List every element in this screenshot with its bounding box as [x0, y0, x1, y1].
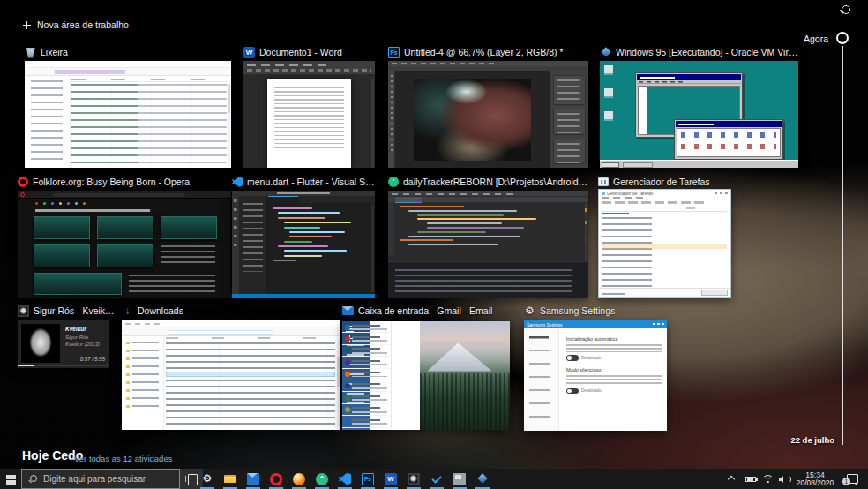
- window-title-vscode[interactable]: menu.dart - Flutter - Visual Studio Code: [232, 176, 375, 188]
- window-thumbnail-samsung-settings[interactable]: Samsung Settings Inicialização automátic…: [524, 320, 667, 431]
- window-thumbnail-photoshop[interactable]: [388, 61, 588, 168]
- opera-icon: [18, 177, 28, 187]
- mail-list-item: [342, 345, 391, 357]
- window-title-lixeira[interactable]: Lixeira: [25, 46, 231, 58]
- window-title-opera[interactable]: Folklore.org: Busy Being Born - Opera: [18, 176, 231, 188]
- window-thumbnail-lixeira[interactable]: [25, 61, 231, 168]
- vscode-icon: [339, 473, 351, 485]
- vscode-sidebar: [239, 196, 267, 294]
- window-thumbnail-opera[interactable]: [18, 191, 231, 298]
- window-title-android-studio[interactable]: dailyTrackerREBORN [D:\Projetos\AndroidS…: [388, 176, 588, 188]
- window-thumbnail-virtualbox[interactable]: [600, 61, 798, 168]
- mail-list-item: [342, 357, 391, 368]
- taskbar-mail-button[interactable]: [242, 469, 265, 489]
- mail-message-list: [342, 321, 392, 428]
- timeline-scrollbar[interactable]: [842, 46, 843, 445]
- taskbar-explorer-button[interactable]: [219, 469, 242, 489]
- mail-list-item: [342, 380, 391, 392]
- window-thumbnail-media-player[interactable]: Kveikur Sigur Rós Kveikur (2013) 0:57 / …: [18, 320, 109, 368]
- action-center-icon[interactable]: 1: [847, 474, 858, 484]
- explorer-file-list: [166, 342, 335, 427]
- window-title-label: Documento1 - Word: [259, 47, 342, 57]
- media-player-icon: [408, 473, 420, 485]
- taskbar-android-studio-button[interactable]: [311, 469, 333, 489]
- window-title-label: Sigur Rós - Kveikur - M...: [34, 305, 116, 316]
- battery-icon[interactable]: [745, 477, 756, 483]
- taskbar-media-player-button[interactable]: [402, 469, 425, 489]
- task-manager-menubar: [602, 197, 646, 199]
- mail-list-item: [342, 416, 391, 427]
- page-image: [97, 244, 153, 267]
- volume-icon[interactable]: [779, 476, 789, 483]
- setting-description: [566, 375, 662, 386]
- window-title-task-manager[interactable]: Gerenciador de Tarefas: [598, 176, 757, 188]
- word-icon: W: [385, 473, 397, 485]
- window-title-word[interactable]: W Documento1 - Word: [243, 46, 375, 58]
- samsung-settings-content: Inicialização automática Desativado Modo…: [566, 336, 662, 431]
- mail-icon: [342, 306, 354, 315]
- window-thumbnail-android-studio[interactable]: [388, 191, 588, 298]
- taskbar-photoshop-button[interactable]: Ps: [356, 469, 379, 489]
- photoshop-panel: [553, 109, 586, 135]
- window-thumbnail-downloads[interactable]: [122, 320, 340, 430]
- search-input[interactable]: [43, 474, 179, 484]
- wifi-icon[interactable]: [762, 475, 774, 484]
- taskbar-opera-button[interactable]: [265, 469, 288, 489]
- taskbar-vscode-button[interactable]: [333, 469, 356, 489]
- explorer-nav-pane: [122, 336, 164, 430]
- window-title-label: Gerenciador de Tarefas: [613, 177, 710, 187]
- taskbar-virtualbox-button[interactable]: [471, 469, 494, 489]
- window-thumbnail-mail[interactable]: [342, 321, 510, 430]
- taskbar-search-box[interactable]: [21, 469, 180, 489]
- new-desktop-button[interactable]: Nova área de trabalho: [23, 18, 129, 32]
- word-page: [267, 79, 351, 168]
- page-image: [34, 273, 122, 295]
- task-manager-column-headers: [602, 206, 727, 212]
- window-title-samsung-settings[interactable]: ⚙ Samsung Settings: [524, 305, 674, 317]
- explorer-titlebar: [25, 61, 231, 68]
- window-thumbnail-task-manager[interactable]: Gerenciador de Tarefas: [598, 189, 731, 298]
- android-studio-toolbar: [388, 191, 588, 197]
- page-image: [34, 244, 90, 267]
- tray-expand-chevron-icon[interactable]: [728, 476, 735, 483]
- taskbar-word-button[interactable]: W: [379, 469, 402, 489]
- task-manager-section-label: [602, 213, 629, 214]
- task-manager-tabs: [602, 201, 707, 204]
- photoshop-canvas: [395, 71, 550, 168]
- plus-icon: [23, 21, 31, 29]
- window-title-virtualbox[interactable]: Windows 95 [Executando] - Oracle VM Virt…: [600, 46, 798, 58]
- page-image: [34, 216, 90, 239]
- windows-logo-icon: [6, 475, 11, 479]
- taskbar-todo-button[interactable]: [425, 469, 448, 489]
- taskbar-firefox-button[interactable]: [288, 469, 311, 489]
- new-desktop-label: Nova área de trabalho: [37, 19, 129, 30]
- explorer-selected-row: [166, 372, 335, 377]
- page-image: [97, 216, 153, 239]
- mail-icon: [247, 473, 259, 485]
- start-button[interactable]: [0, 469, 21, 489]
- taskbar-clock[interactable]: 15:34 20/08/2020: [792, 471, 838, 488]
- taskbar-settings-button[interactable]: ⚙: [196, 469, 219, 489]
- window-title-downloads[interactable]: ↓ Downloads: [122, 305, 340, 317]
- toggle-label: Desativado: [581, 356, 602, 360]
- window-title-mail[interactable]: Caixa de entrada - Gmail - Email: [342, 305, 510, 317]
- task-manager-heatmap-columns: [649, 212, 727, 287]
- android-studio-logcat-panel: [388, 261, 588, 298]
- explorer-address-bar: [168, 330, 273, 335]
- android-studio-icon: [316, 473, 328, 485]
- timeline-search-icon[interactable]: [839, 5, 851, 18]
- window-title-media-player[interactable]: Sigur Rós - Kveikur - M...: [18, 305, 116, 317]
- taskbar-task-manager-button[interactable]: [448, 469, 471, 489]
- explorer-column-headers: [71, 76, 227, 82]
- mail-reading-pane-photo: [420, 321, 510, 430]
- window-thumbnail-word[interactable]: [243, 61, 375, 168]
- toggle-switch: [566, 355, 579, 361]
- win95-menubar: [637, 80, 741, 84]
- track-title: Kveikur: [65, 326, 86, 332]
- android-studio-editor: [400, 206, 580, 253]
- window-title-photoshop[interactable]: Ps Untitled-4 @ 66,7% (Layer 2, RGB/8) *: [388, 46, 588, 58]
- timeline-now-marker[interactable]: [836, 32, 849, 44]
- see-all-activities-link[interactable]: Ver todas as 12 atividades: [74, 454, 172, 463]
- taskbar: ⚙ Ps W 15:34: [0, 469, 868, 489]
- window-thumbnail-vscode[interactable]: [232, 191, 375, 298]
